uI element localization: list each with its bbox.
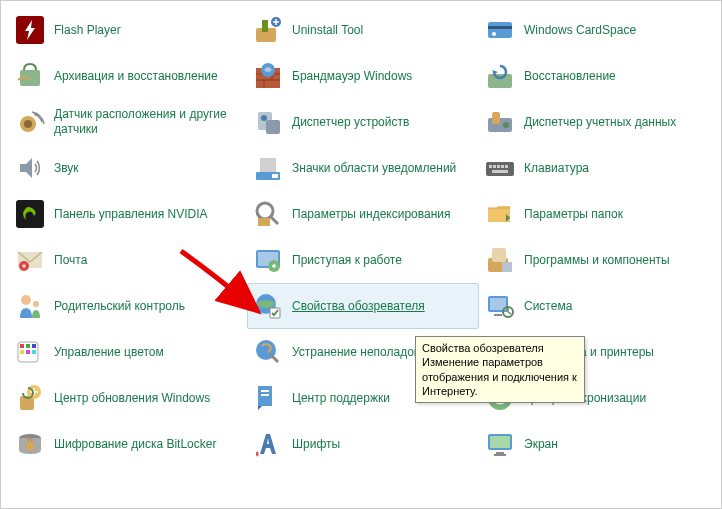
control-panel-item[interactable]: Система: [479, 283, 717, 329]
control-panel-item[interactable]: Датчик расположения и другие датчики: [9, 99, 247, 145]
svg-rect-10: [488, 74, 512, 88]
item-label: Почта: [54, 253, 87, 268]
control-panel-item[interactable]: Значки области уведомлений: [247, 145, 479, 191]
control-panel-item[interactable]: Панель управления NVIDIA: [9, 191, 247, 237]
control-panel-item[interactable]: Шифрование диска BitLocker: [9, 421, 247, 467]
control-panel-item[interactable]: Windows CardSpace: [479, 7, 717, 53]
item-label: Шифрование диска BitLocker: [54, 437, 216, 452]
bitlocker-icon: [14, 428, 46, 460]
svg-rect-4: [488, 22, 512, 38]
uninstall-icon: [252, 14, 284, 46]
item-label: Uninstall Tool: [292, 23, 363, 38]
fonts-icon: [252, 428, 284, 460]
control-panel-items-view: Flash PlayerUninstall ToolWindows CardSp…: [0, 0, 722, 509]
index-icon: [252, 198, 284, 230]
control-panel-item[interactable]: Клавиатура: [479, 145, 717, 191]
item-label: Управление цветом: [54, 345, 164, 360]
svg-rect-49: [20, 344, 24, 348]
item-label: Система: [524, 299, 572, 314]
recovery-icon: [484, 60, 516, 92]
control-panel-item[interactable]: Архивация и восстановление: [9, 53, 247, 99]
svg-rect-62: [261, 394, 269, 396]
item-label: Архивация и восстановление: [54, 69, 218, 84]
tooltip: Свойства обозревателя Изменение параметр…: [415, 336, 585, 403]
control-panel-item[interactable]: Управление цветом: [9, 329, 247, 375]
tray-icon: [252, 152, 284, 184]
firewall-icon: [252, 60, 284, 92]
system-icon: [484, 290, 516, 322]
update-icon: [14, 382, 46, 414]
item-label: Программы и компоненты: [524, 253, 670, 268]
svg-rect-52: [20, 350, 24, 354]
control-panel-item[interactable]: Центр обновления Windows: [9, 375, 247, 421]
item-label: Приступая к работе: [292, 253, 402, 268]
display-icon: [484, 428, 516, 460]
sound-icon: [14, 152, 46, 184]
control-panel-item[interactable]: Параметры папок: [479, 191, 717, 237]
item-label: Параметры папок: [524, 207, 623, 222]
svg-rect-31: [258, 218, 270, 226]
control-panel-item[interactable]: Свойства обозревателя: [247, 283, 479, 329]
svg-rect-53: [26, 350, 30, 354]
svg-point-40: [21, 295, 31, 305]
parental-icon: [14, 290, 46, 322]
item-label: Экран: [524, 437, 558, 452]
item-label: Центр поддержки: [292, 391, 390, 406]
svg-rect-61: [261, 390, 269, 392]
svg-rect-29: [16, 200, 44, 228]
control-panel-item[interactable]: Параметры индексирования: [247, 191, 479, 237]
item-label: Центр обновления Windows: [54, 391, 210, 406]
item-label: Восстановление: [524, 69, 616, 84]
svg-rect-38: [492, 248, 506, 262]
tooltip-title: Свойства обозревателя: [422, 341, 578, 355]
svg-rect-65: [26, 442, 34, 450]
mail-icon: [14, 244, 46, 276]
svg-rect-25: [497, 165, 500, 168]
item-label: Звук: [54, 161, 79, 176]
control-panel-item[interactable]: Uninstall Tool: [247, 7, 479, 53]
control-panel-item[interactable]: Звук: [9, 145, 247, 191]
items-grid: Flash PlayerUninstall ToolWindows CardSp…: [1, 1, 721, 475]
item-label: Клавиатура: [524, 161, 589, 176]
control-panel-item[interactable]: Диспетчер устройств: [247, 99, 479, 145]
svg-point-41: [33, 301, 39, 307]
item-label: Шрифты: [292, 437, 340, 452]
control-panel-item[interactable]: Родительский контроль: [9, 283, 247, 329]
cardspace-icon: [484, 14, 516, 46]
control-panel-item[interactable]: Приступая к работе: [247, 237, 479, 283]
keyboard-icon: [484, 152, 516, 184]
svg-rect-21: [272, 174, 278, 178]
control-panel-item[interactable]: Шрифты: [247, 421, 479, 467]
troubleshoot-icon: [252, 336, 284, 368]
svg-rect-23: [489, 165, 492, 168]
svg-rect-14: [266, 120, 280, 134]
item-label: Параметры индексирования: [292, 207, 450, 222]
svg-rect-54: [32, 350, 36, 354]
control-panel-item[interactable]: Экран: [479, 421, 717, 467]
svg-rect-51: [32, 344, 36, 348]
credmgr-icon: [484, 106, 516, 138]
sensor-icon: [14, 106, 46, 138]
control-panel-item[interactable]: Брандмауэр Windows: [247, 53, 479, 99]
item-label: Диспетчер учетных данных: [524, 115, 676, 130]
control-panel-item[interactable]: Диспетчер учетных данных: [479, 99, 717, 145]
svg-rect-67: [490, 436, 510, 448]
backup-icon: [14, 60, 46, 92]
item-label: Брандмауэр Windows: [292, 69, 412, 84]
control-panel-item[interactable]: Почта: [9, 237, 247, 283]
svg-point-18: [503, 122, 509, 128]
svg-rect-68: [496, 452, 504, 454]
nvidia-icon: [14, 198, 46, 230]
control-panel-item[interactable]: Flash Player: [9, 7, 247, 53]
svg-rect-5: [488, 26, 512, 29]
folder-icon: [484, 198, 516, 230]
item-label: Flash Player: [54, 23, 121, 38]
control-panel-item[interactable]: Восстановление: [479, 53, 717, 99]
svg-rect-27: [505, 165, 508, 168]
svg-rect-39: [502, 262, 512, 272]
svg-point-12: [24, 120, 32, 128]
control-panel-item[interactable]: Программы и компоненты: [479, 237, 717, 283]
svg-rect-50: [26, 344, 30, 348]
getstarted-icon: [252, 244, 284, 276]
svg-rect-24: [493, 165, 496, 168]
